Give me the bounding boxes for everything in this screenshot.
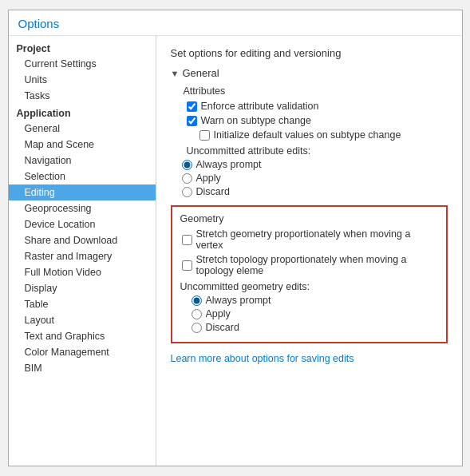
discard-attr-radio[interactable] <box>182 187 192 197</box>
apply-geom-radio[interactable] <box>192 309 202 319</box>
main-description: Set options for editing and versioning <box>171 47 448 59</box>
warn-subtype-label[interactable]: Warn on subtype change <box>201 115 312 126</box>
sidebar-group-application: Application <box>9 104 156 121</box>
initialize-default-label[interactable]: Initialize default values on subtype cha… <box>214 129 401 141</box>
sidebar-item-text-and-graphics[interactable]: Text and Graphics <box>9 328 156 344</box>
sidebar-item-navigation[interactable]: Navigation <box>9 153 156 169</box>
stretch-topology-checkbox[interactable] <box>182 260 192 271</box>
sidebar-item-current-settings[interactable]: Current Settings <box>9 56 156 72</box>
sidebar-item-device-location[interactable]: Device Location <box>9 216 156 232</box>
sidebar-item-map-and-scene[interactable]: Map and Scene <box>9 137 156 153</box>
main-content: Set options for editing and versioning ▼… <box>156 36 462 466</box>
warn-subtype-checkbox[interactable] <box>187 116 197 126</box>
sidebar-item-full-motion-video[interactable]: Full Motion Video <box>9 264 156 280</box>
apply-attr-label[interactable]: Apply <box>196 173 221 184</box>
general-section-header[interactable]: ▼ General <box>171 67 448 79</box>
sidebar-item-general[interactable]: General <box>9 121 156 137</box>
stretch-geometry-row: Stretch geometry proportionately when mo… <box>182 228 438 251</box>
discard-attr-label[interactable]: Discard <box>196 186 230 197</box>
geometry-label: Geometry <box>180 213 438 224</box>
always-prompt-geom-radio[interactable] <box>192 296 202 306</box>
sidebar-item-geoprocessing[interactable]: Geoprocessing <box>9 200 156 216</box>
uncommitted-geometry-label: Uncommitted geometry edits: <box>180 281 438 292</box>
sidebar-item-layout[interactable]: Layout <box>9 312 156 328</box>
sidebar-group-project: Project <box>9 39 156 56</box>
stretch-geometry-label[interactable]: Stretch geometry proportionately when mo… <box>196 228 438 251</box>
sidebar-item-bim[interactable]: BIM <box>9 360 156 376</box>
sidebar-item-tasks[interactable]: Tasks <box>9 88 156 104</box>
always-prompt-geom-row: Always prompt <box>192 295 438 306</box>
stretch-geometry-checkbox[interactable] <box>182 235 192 245</box>
dialog-body: ProjectCurrent SettingsUnitsTasksApplica… <box>9 36 462 466</box>
initialize-default-checkbox[interactable] <box>199 130 210 141</box>
sidebar-item-units[interactable]: Units <box>9 72 156 88</box>
always-prompt-geom-label[interactable]: Always prompt <box>206 295 271 306</box>
geometry-section: Geometry Stretch geometry proportionatel… <box>171 205 448 343</box>
dialog-title: Options <box>9 10 462 36</box>
attributes-label: Attributes <box>184 85 448 97</box>
warn-subtype-row: Warn on subtype change <box>187 115 448 126</box>
discard-geom-row: Discard <box>192 322 438 333</box>
sidebar-list: ProjectCurrent SettingsUnitsTasksApplica… <box>9 39 156 376</box>
apply-attr-radio[interactable] <box>182 173 192 184</box>
stretch-topology-row: Stretch topology proportionately when mo… <box>182 254 438 276</box>
sidebar-item-raster-and-imagery[interactable]: Raster and Imagery <box>9 248 156 264</box>
enforce-validation-checkbox[interactable] <box>187 101 197 112</box>
always-prompt-attr-row: Always prompt <box>182 159 448 170</box>
options-dialog: Options ProjectCurrent SettingsUnitsTask… <box>8 10 463 466</box>
chevron-icon: ▼ <box>171 69 180 78</box>
discard-geom-radio[interactable] <box>192 323 202 333</box>
sidebar-item-share-and-download[interactable]: Share and Download <box>9 232 156 248</box>
apply-geom-label[interactable]: Apply <box>206 308 231 319</box>
sidebar-item-color-management[interactable]: Color Management <box>9 344 156 360</box>
apply-geom-row: Apply <box>192 308 438 319</box>
sidebar-item-table[interactable]: Table <box>9 296 156 312</box>
discard-geom-label[interactable]: Discard <box>206 322 239 333</box>
enforce-validation-label[interactable]: Enforce attribute validation <box>201 101 319 112</box>
enforce-validation-row: Enforce attribute validation <box>187 101 448 112</box>
learn-more-link[interactable]: Learn more about options for saving edit… <box>171 353 354 364</box>
apply-attr-row: Apply <box>182 173 448 184</box>
always-prompt-attr-radio[interactable] <box>182 160 192 170</box>
discard-attr-row: Discard <box>182 186 448 197</box>
general-section-label: General <box>182 67 219 79</box>
sidebar: ProjectCurrent SettingsUnitsTasksApplica… <box>9 36 156 466</box>
uncommitted-attributes-label: Uncommitted attribute edits: <box>187 145 448 157</box>
stretch-topology-label[interactable]: Stretch topology proportionately when mo… <box>196 254 438 276</box>
sidebar-item-editing[interactable]: Editing <box>9 184 156 200</box>
initialize-default-row: Initialize default values on subtype cha… <box>199 129 448 141</box>
sidebar-item-display[interactable]: Display <box>9 280 156 296</box>
always-prompt-attr-label[interactable]: Always prompt <box>196 159 262 170</box>
sidebar-item-selection[interactable]: Selection <box>9 169 156 184</box>
